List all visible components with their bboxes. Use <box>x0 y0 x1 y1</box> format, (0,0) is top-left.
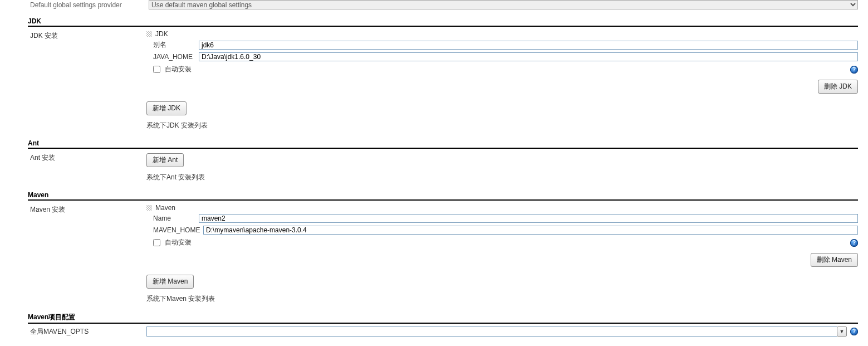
jdk-home-label: JAVA_HOME <box>153 53 199 61</box>
maven-home-label: MAVEN_HOME <box>153 226 203 234</box>
jdk-home-row: JAVA_HOME <box>153 52 858 61</box>
maven-name-row: Name <box>153 214 858 223</box>
maven-section-heading: Maven <box>28 191 858 201</box>
ant-content: 新增 Ant 系统下Ant 安装列表 <box>146 151 858 188</box>
jdk-auto-install-label: 自动安装 <box>165 65 192 74</box>
maven-home-input[interactable] <box>203 226 858 235</box>
maven-auto-install-checkbox[interactable] <box>153 239 160 246</box>
jdk-tool-block: JDK 别名 JAVA_HOME 自动安装 <box>146 29 858 94</box>
ant-add-area: 新增 Ant 系统下Ant 安装列表 <box>146 153 858 182</box>
maven-tool-block: Maven Name MAVEN_HOME 自动安装 <box>146 203 858 267</box>
default-global-settings-label: Default global settings provider <box>28 1 149 9</box>
jdk-auto-install-control[interactable]: 自动安装 <box>153 65 192 74</box>
jdk-alias-input[interactable] <box>199 41 858 50</box>
jdk-add-area: 新增 JDK 系统下JDK 安装列表 <box>146 101 858 130</box>
default-global-settings-row: Default global settings provider Use def… <box>28 0 858 9</box>
global-maven-opts-input[interactable] <box>146 326 837 337</box>
jdk-fields: 别名 JAVA_HOME <box>153 40 858 61</box>
maven-auto-install-control[interactable]: 自动安装 <box>153 238 192 247</box>
jdk-alias-row: 别名 <box>153 40 858 50</box>
jdk-section-heading: JDK <box>28 17 858 27</box>
maven-hint: 系统下Maven 安装列表 <box>146 294 858 304</box>
jdk-block-header: JDK <box>146 30 858 38</box>
add-jdk-button[interactable]: 新增 JDK <box>146 101 187 115</box>
maven-install-row: Maven 安装 Maven Name MAVEN_HOME <box>28 203 858 309</box>
delete-maven-button[interactable]: 删除 Maven <box>811 253 858 267</box>
maven-project-section-heading: Maven项目配置 <box>28 313 858 324</box>
help-icon[interactable]: ? <box>850 66 858 74</box>
maven-install-label: Maven 安装 <box>28 203 146 215</box>
maven-home-row: MAVEN_HOME <box>153 226 858 235</box>
maven-delete-row: 删除 Maven <box>146 253 858 267</box>
ant-install-label: Ant 安装 <box>28 151 146 163</box>
maven-auto-install-label: 自动安装 <box>165 238 192 247</box>
maven-block-header: Maven <box>146 204 858 212</box>
jdk-home-input[interactable] <box>199 52 858 61</box>
maven-add-area: 新增 Maven 系统下Maven 安装列表 <box>146 275 858 304</box>
jdk-auto-install-row: 自动安装 ? <box>153 65 858 74</box>
delete-jdk-button[interactable]: 删除 JDK <box>818 80 858 94</box>
jdk-hint: 系统下JDK 安装列表 <box>146 121 858 130</box>
maven-name-input[interactable] <box>199 214 858 223</box>
maven-opts-advanced-toggle[interactable]: ▼ <box>837 326 847 337</box>
jdk-content: JDK 别名 JAVA_HOME 自动安装 <box>146 29 858 136</box>
maven-fields: Name MAVEN_HOME <box>153 214 858 235</box>
add-ant-button[interactable]: 新增 Ant <box>146 153 184 167</box>
jdk-install-label: JDK 安装 <box>28 29 146 41</box>
drag-handle-icon[interactable] <box>146 31 152 37</box>
help-icon[interactable]: ? <box>850 239 858 247</box>
jdk-install-row: JDK 安装 JDK 别名 JAVA_HOME <box>28 29 858 136</box>
ant-hint: 系统下Ant 安装列表 <box>146 173 858 182</box>
ant-section-heading: Ant <box>28 139 858 149</box>
global-maven-opts-input-wrap: ▼ <box>146 326 847 337</box>
help-icon[interactable]: ? <box>850 328 858 335</box>
maven-block-title: Maven <box>155 204 175 212</box>
default-global-settings-select[interactable]: Use default maven global settings <box>149 0 858 9</box>
jdk-block-title: JDK <box>155 30 168 38</box>
jdk-alias-label: 别名 <box>153 40 199 50</box>
config-page: Default global settings provider Use def… <box>0 0 868 346</box>
maven-name-label: Name <box>153 215 199 222</box>
maven-auto-install-row: 自动安装 ? <box>153 238 858 247</box>
global-maven-opts-row: 全局MAVEN_OPTS ▼ ? <box>28 326 858 337</box>
maven-content: Maven Name MAVEN_HOME 自动安装 <box>146 203 858 309</box>
jdk-auto-install-checkbox[interactable] <box>153 66 160 73</box>
global-maven-opts-label: 全局MAVEN_OPTS <box>28 326 146 337</box>
add-maven-button[interactable]: 新增 Maven <box>146 275 194 289</box>
ant-install-row: Ant 安装 新增 Ant 系统下Ant 安装列表 <box>28 151 858 188</box>
jdk-delete-row: 删除 JDK <box>146 80 858 94</box>
drag-handle-icon[interactable] <box>146 205 152 211</box>
